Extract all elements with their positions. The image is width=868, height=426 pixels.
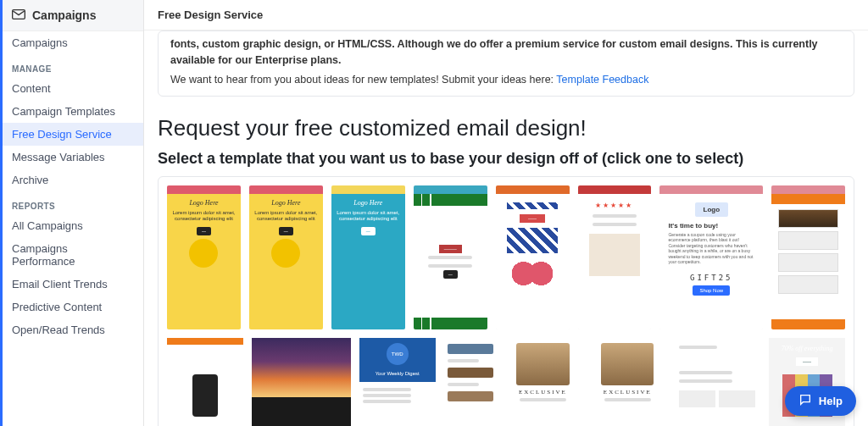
sidebar-item-free-design-service[interactable]: Free Design Service bbox=[0, 123, 143, 146]
tpl-top-bar bbox=[249, 185, 323, 194]
tpl-cta: — bbox=[279, 227, 293, 235]
phone-icon bbox=[271, 239, 300, 268]
sidebar-item-open-read-trends[interactable]: Open/Read Trends bbox=[0, 318, 143, 341]
tpl-minimal[interactable] bbox=[674, 338, 760, 427]
divider bbox=[604, 398, 651, 401]
product-placeholder bbox=[589, 234, 640, 276]
thumb bbox=[448, 391, 493, 401]
garland-icon bbox=[414, 318, 487, 329]
tpl-exclusive-2[interactable]: EXCLUSIVE bbox=[589, 338, 665, 427]
help-label: Help bbox=[819, 395, 843, 407]
chat-icon bbox=[798, 393, 812, 409]
tpl-badge: —— bbox=[520, 214, 545, 223]
sidebar-header[interactable]: Campaigns bbox=[0, 0, 143, 31]
phone-icon bbox=[189, 239, 218, 268]
tpl-top-bar bbox=[167, 338, 243, 345]
tpl-holiday[interactable]: ——— — bbox=[414, 185, 487, 329]
tpl-body bbox=[359, 382, 436, 427]
tpl-news-list[interactable] bbox=[444, 338, 497, 427]
sunset-image bbox=[252, 338, 351, 397]
template-feedback-link[interactable]: Template Feedback bbox=[556, 74, 648, 86]
tpl-title: Your Weekly Digest bbox=[376, 371, 420, 376]
tpl-yellow-phone-2[interactable]: Logo Here Lorem ipsum dolor sit amet, co… bbox=[249, 185, 323, 329]
phone-icon bbox=[192, 374, 218, 417]
template-gallery: Logo Here Lorem ipsum dolor sit amet, co… bbox=[158, 176, 854, 427]
sidebar-item-content[interactable]: Content bbox=[0, 77, 143, 100]
tpl-phone-hand[interactable] bbox=[167, 338, 243, 427]
gallery-row-1: Logo Here Lorem ipsum dolor sit amet, co… bbox=[167, 185, 845, 329]
divider bbox=[679, 346, 717, 349]
notice-sub-text: We want to hear from you about ideas for… bbox=[170, 74, 556, 86]
notice-sub: We want to hear from you about ideas for… bbox=[170, 74, 842, 86]
divider bbox=[428, 256, 472, 259]
tpl-banner bbox=[771, 194, 845, 204]
divider bbox=[448, 359, 480, 362]
flipflops-icon bbox=[510, 257, 554, 290]
main: Free Design Service fonts, custom graphi… bbox=[144, 0, 868, 426]
thumb bbox=[448, 368, 493, 378]
sidebar-item-campaigns-performance[interactable]: Campaigns Performance bbox=[0, 237, 143, 273]
divider bbox=[448, 383, 480, 386]
gallery-row-2: TWD Your Weekly Digest bbox=[167, 338, 845, 427]
tpl-sidebar-thumbs[interactable] bbox=[771, 185, 845, 329]
sidebar-item-message-variables[interactable]: Message Variables bbox=[0, 146, 143, 169]
sidebar-accent bbox=[0, 0, 3, 426]
tpl-stars[interactable]: ★★★★★ bbox=[578, 185, 652, 329]
page-breadcrumb: Free Design Service bbox=[158, 8, 263, 21]
tpl-top-bar bbox=[414, 185, 487, 194]
tpl-headline: EXCLUSIVE bbox=[604, 389, 652, 396]
sidebar-item-predictive-content[interactable]: Predictive Content bbox=[0, 296, 143, 318]
help-button[interactable]: Help bbox=[785, 386, 856, 416]
tpl-top-bar bbox=[496, 185, 570, 194]
tpl-logo-text: Logo Here bbox=[271, 199, 300, 207]
divider bbox=[593, 223, 637, 226]
tpl-body: ——— — bbox=[414, 206, 487, 318]
tpl-headline: EXCLUSIVE bbox=[519, 389, 567, 396]
model-image bbox=[516, 343, 569, 385]
sidebar-item-email-client-trends[interactable]: Email Client Trends bbox=[0, 273, 143, 296]
tpl-top-bar bbox=[659, 185, 763, 194]
divider bbox=[520, 398, 566, 401]
page-title: Request your free customized email desig… bbox=[158, 115, 854, 141]
notice-bold: fonts, custom graphic design, or HTML/CS… bbox=[170, 31, 842, 69]
tpl-cta: — bbox=[443, 270, 458, 279]
divider bbox=[593, 214, 637, 218]
tpl-cta: — bbox=[197, 227, 211, 235]
content-scroll[interactable]: fonts, custom graphic design, or HTML/CS… bbox=[144, 30, 868, 426]
sidebar-item-campaigns[interactable]: Campaigns bbox=[0, 31, 143, 54]
tpl-cta: — bbox=[361, 227, 376, 235]
tpl-body: Logo Here Lorem ipsum dolor sit amet, co… bbox=[249, 194, 323, 329]
tpl-header: TWD Your Weekly Digest bbox=[359, 338, 436, 382]
garland-icon bbox=[414, 194, 487, 206]
tpl-body bbox=[771, 204, 845, 319]
sidebar-item-all-campaigns[interactable]: All Campaigns bbox=[0, 214, 143, 237]
divider bbox=[428, 264, 472, 268]
sidebar-header-label: Campaigns bbox=[32, 8, 96, 22]
tpl-cta: —— bbox=[796, 357, 818, 366]
tpl-logo-text: Logo Here bbox=[189, 199, 218, 207]
sidebar-section-reports: REPORTS bbox=[0, 191, 143, 214]
tpl-lorem: Lorem ipsum dolor sit amet, consectetur … bbox=[172, 210, 236, 222]
sidebar-item-archive[interactable]: Archive bbox=[0, 169, 143, 191]
tpl-shop-button: Shop Now bbox=[693, 285, 730, 296]
sidebar-item-campaign-templates[interactable]: Campaign Templates bbox=[0, 100, 143, 123]
tpl-logo-text: Logo Here bbox=[353, 199, 382, 207]
tpl-body: Logo It's time to buy! Generate a coupon… bbox=[659, 194, 763, 329]
stripes-icon bbox=[507, 202, 558, 209]
tpl-gift-code[interactable]: Logo It's time to buy! Generate a coupon… bbox=[659, 185, 763, 329]
thumb bbox=[448, 344, 493, 354]
tpl-weekly-digest[interactable]: TWD Your Weekly Digest bbox=[359, 338, 436, 427]
tpl-body: EXCLUSIVE bbox=[589, 338, 665, 427]
tpl-body bbox=[167, 345, 243, 427]
sidebar-section-manage: MANAGE bbox=[0, 54, 143, 77]
tpl-footer bbox=[252, 397, 351, 427]
tpl-discount: 70% off everything bbox=[782, 345, 833, 352]
tpl-teal[interactable]: Logo Here Lorem ipsum dolor sit amet, co… bbox=[331, 185, 405, 329]
tpl-exclusive-1[interactable]: EXCLUSIVE bbox=[505, 338, 581, 427]
tpl-beach[interactable]: —— bbox=[496, 185, 570, 329]
tpl-yellow-phone-1[interactable]: Logo Here Lorem ipsum dolor sit amet, co… bbox=[167, 185, 241, 329]
thumb bbox=[719, 390, 755, 407]
tpl-sunset[interactable] bbox=[252, 338, 351, 427]
tpl-lorem: Lorem ipsum dolor sit amet, consectetur … bbox=[337, 210, 400, 222]
thumb bbox=[679, 390, 715, 407]
